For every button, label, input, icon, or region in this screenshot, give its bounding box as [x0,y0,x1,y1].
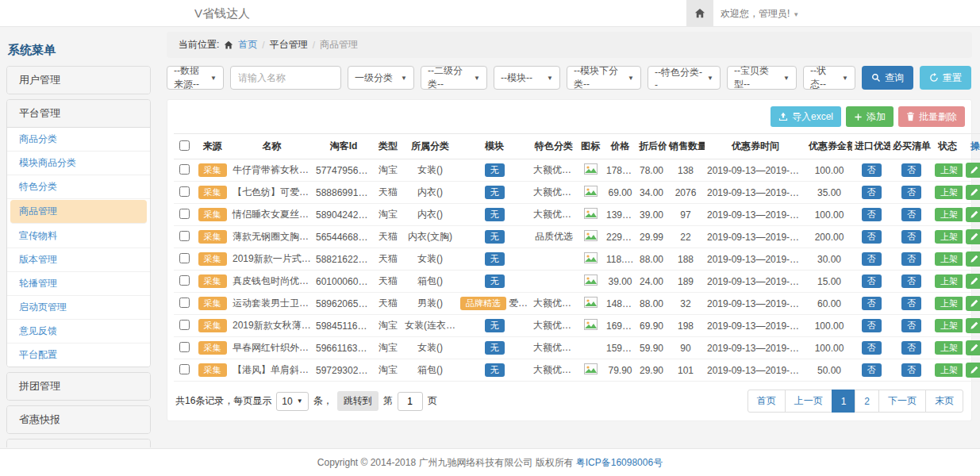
row-checkbox[interactable] [179,164,190,175]
level1-category-select[interactable]: 一级分类▼ [348,66,414,90]
row-checkbox[interactable] [179,253,190,263]
sidebar-item-特色分类[interactable]: 特色分类 [7,175,150,199]
sidebar-item-轮播管理[interactable]: 轮播管理 [7,272,150,296]
must-buy-badge[interactable]: 否 [901,163,921,177]
row-checkbox[interactable] [179,186,190,197]
cell-icon [577,182,604,204]
sidebar-group-消息管理[interactable]: 消息管理 [7,440,150,447]
status-badge[interactable]: 上架 [935,297,963,310]
batch-delete-button[interactable]: 批量删除 [898,106,965,127]
page-button-末页[interactable]: 末页 [925,390,963,413]
level2-category-select[interactable]: --二级分类--▼ [421,66,487,90]
status-badge[interactable]: 上架 [935,341,963,355]
must-buy-badge[interactable]: 否 [901,186,921,199]
page-button-2[interactable]: 2 [855,390,879,413]
import-select-badge[interactable]: 否 [862,230,882,244]
must-buy-badge[interactable]: 否 [901,363,921,377]
pagination-summary: 共16条记录，每页显示 10 ▼ 条， 跳转到 第 页 [175,391,437,411]
item-type-select[interactable]: --宝贝类型--▼ [727,66,797,90]
row-checkbox[interactable] [179,231,190,241]
status-badge[interactable]: 上架 [935,363,963,377]
page-button-首页[interactable]: 首页 [747,390,786,413]
breadcrumb-home-link[interactable]: 首页 [238,38,257,52]
query-button[interactable]: 查询 [862,66,913,90]
data-source-select[interactable]: --数据来源--▼ [167,66,224,90]
must-buy-badge[interactable]: 否 [901,297,921,310]
import-select-badge[interactable]: 否 [862,319,882,332]
sidebar-group-省惠快报[interactable]: 省惠快报 [7,406,150,433]
must-buy-badge[interactable]: 否 [901,230,921,244]
source-badge: 采集 [198,163,227,177]
edit-button[interactable] [966,340,980,355]
import-select-badge[interactable]: 否 [862,208,882,221]
row-checkbox[interactable] [179,320,190,330]
row-checkbox[interactable] [179,275,190,286]
sidebar-group-用户管理[interactable]: 用户管理 [7,67,150,94]
sidebar-item-商品分类[interactable]: 商品分类 [7,128,150,152]
status-badge[interactable]: 上架 [935,230,963,244]
must-buy-badge[interactable]: 否 [901,319,921,332]
edit-button[interactable] [966,163,980,178]
page-button-1[interactable]: 1 [832,390,856,413]
jump-post-text: 页 [428,394,437,408]
status-badge[interactable]: 上架 [935,186,963,199]
sidebar-item-模块商品分类[interactable]: 模块商品分类 [7,152,150,175]
row-checkbox[interactable] [179,298,190,308]
add-button[interactable]: 添加 [846,106,894,127]
must-buy-badge[interactable]: 否 [901,274,921,288]
row-checkbox[interactable] [179,364,190,374]
icp-link[interactable]: 粤ICP备16098006号 [576,456,663,470]
status-badge[interactable]: 上架 [935,319,963,332]
cell-import-select: 否 [852,204,890,226]
edit-button[interactable] [966,207,980,222]
select-all-checkbox[interactable] [179,140,190,151]
sidebar-item-平台配置[interactable]: 平台配置 [7,344,150,367]
edit-button[interactable] [966,251,980,267]
import-select-badge[interactable]: 否 [862,297,882,310]
edit-button[interactable] [966,318,980,333]
status-badge[interactable]: 上架 [935,252,963,266]
edit-button[interactable] [966,185,980,200]
sidebar-item-意见反馈[interactable]: 意见反馈 [7,320,150,344]
must-buy-badge[interactable]: 否 [901,208,921,221]
page-button-下一页[interactable]: 下一页 [878,390,926,413]
home-button[interactable] [686,0,713,26]
import-excel-button[interactable]: 导入excel [771,106,841,127]
sidebar-item-宣传物料[interactable]: 宣传物料 [7,225,150,248]
sidebar-item-启动页管理[interactable]: 启动页管理 [7,296,150,320]
sidebar-group-平台管理[interactable]: 平台管理 [7,100,150,127]
edit-button[interactable] [966,229,980,244]
must-buy-badge[interactable]: 否 [901,252,921,266]
import-select-badge[interactable]: 否 [862,274,882,288]
edit-button[interactable] [966,296,980,311]
status-badge[interactable]: 上架 [935,163,963,177]
import-select-badge[interactable]: 否 [862,252,882,266]
module-sub-category-select[interactable]: --模块下分类--▼ [567,66,641,90]
import-select-badge[interactable]: 否 [862,363,882,377]
feature-category-select[interactable]: --特色分类--▼ [648,66,721,90]
cell-discount-price: 29.99 [636,226,667,248]
row-checkbox[interactable] [179,209,190,219]
edit-button[interactable] [966,363,980,378]
jump-button[interactable]: 跳转到 [337,391,379,411]
must-buy-badge[interactable]: 否 [901,341,921,355]
status-badge[interactable]: 上架 [935,208,963,221]
sidebar-item-版本管理[interactable]: 版本管理 [7,248,150,272]
row-checkbox[interactable] [179,342,190,352]
sidebar-item-商品管理[interactable]: 商品管理 [10,200,147,224]
edit-button[interactable] [966,274,980,289]
edit-icon [970,344,978,352]
page-size-select[interactable]: 10 ▼ [276,392,308,411]
page-number-input[interactable] [398,392,423,411]
status-badge[interactable]: 上架 [935,274,963,288]
status-select[interactable]: --状态--▼ [803,66,855,90]
import-select-badge[interactable]: 否 [862,186,882,199]
import-select-badge[interactable]: 否 [862,163,882,177]
module-select[interactable]: --模块--▼ [494,66,560,90]
import-select-badge[interactable]: 否 [862,341,882,355]
name-input[interactable] [230,66,341,90]
page-button-上一页[interactable]: 上一页 [785,390,832,413]
reset-button[interactable]: 重置 [920,66,971,90]
user-menu[interactable]: 欢迎您，管理员!▼ [721,7,799,21]
sidebar-group-拼团管理[interactable]: 拼团管理 [7,373,150,400]
